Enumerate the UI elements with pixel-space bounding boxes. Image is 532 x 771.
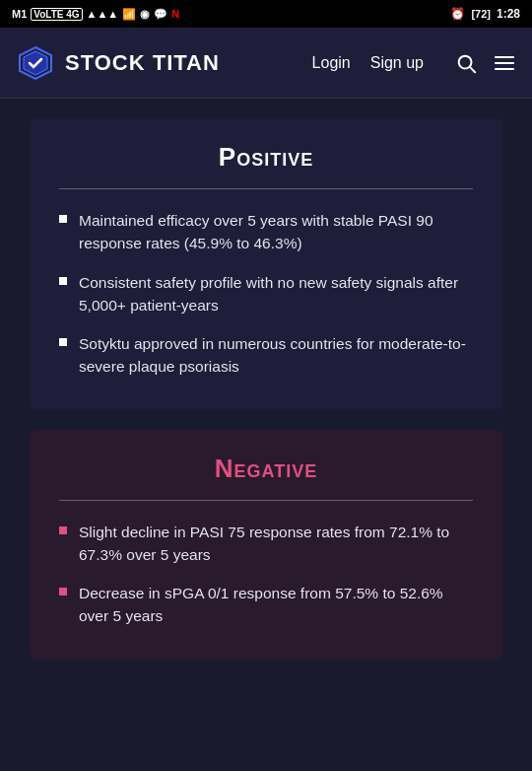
bullet-marker xyxy=(59,215,67,223)
status-bar: M1 VoLTE 4G ▲▲▲ 📶 ◉ 💬 N ⏰ [72] 1:28 xyxy=(0,0,532,28)
nav-links: Login Sign up xyxy=(312,51,516,75)
message-icon: 💬 xyxy=(154,8,167,21)
negative-bullet-list: Slight decline in PASI 75 response rates… xyxy=(59,521,473,628)
positive-title: Positive xyxy=(59,142,473,173)
bullet-marker xyxy=(59,277,67,285)
positive-bullet-2: Consistent safety profile with no new sa… xyxy=(79,271,473,317)
signup-link[interactable]: Sign up xyxy=(370,54,424,72)
svg-marker-1 xyxy=(24,51,47,75)
list-item: Sotyktu approved in numerous countries f… xyxy=(59,332,473,379)
alarm-icon: ⏰ xyxy=(450,7,465,21)
positive-divider xyxy=(59,188,473,189)
carrier-label: M1 xyxy=(12,8,27,20)
search-icon xyxy=(455,52,477,74)
signal-icon: ▲▲▲ xyxy=(87,8,119,20)
list-item: Slight decline in PASI 75 response rates… xyxy=(59,521,473,567)
bullet-marker-negative xyxy=(59,588,67,596)
negative-bullet-2: Decrease in sPGA 0/1 response from 57.5%… xyxy=(79,582,473,628)
hamburger-icon xyxy=(493,51,516,75)
list-item: Consistent safety profile with no new sa… xyxy=(59,271,473,317)
svg-line-3 xyxy=(470,67,475,72)
header: STOCK TITAN Login Sign up xyxy=(0,28,532,99)
menu-button[interactable] xyxy=(493,51,516,75)
positive-bullet-3: Sotyktu approved in numerous countries f… xyxy=(79,332,473,379)
bullet-marker-negative xyxy=(59,526,67,534)
network-type: VoLTE 4G xyxy=(31,8,82,21)
negative-title: Negative xyxy=(59,454,473,484)
negative-section: Negative Slight decline in PASI 75 respo… xyxy=(30,430,502,660)
status-left: M1 VoLTE 4G ▲▲▲ 📶 ◉ 💬 N xyxy=(12,8,179,21)
nav-icons xyxy=(455,51,516,75)
list-item: Maintained efficacy over 5 years with st… xyxy=(59,209,473,255)
positive-bullet-1: Maintained efficacy over 5 years with st… xyxy=(79,209,473,255)
main-content: Positive Maintained efficacy over 5 year… xyxy=(0,99,532,771)
status-right: ⏰ [72] 1:28 xyxy=(450,7,520,21)
battery-indicator: [72] xyxy=(471,8,491,20)
logo-area: STOCK TITAN xyxy=(16,43,312,83)
list-item: Decrease in sPGA 0/1 response from 57.5%… xyxy=(59,582,473,628)
positive-section: Positive Maintained efficacy over 5 year… xyxy=(30,118,502,410)
wifi-icon: 📶 xyxy=(122,8,136,21)
logo-text: STOCK TITAN xyxy=(65,50,220,76)
instagram-icon: ◉ xyxy=(140,8,150,21)
bullet-marker xyxy=(59,338,67,346)
positive-bullet-list: Maintained efficacy over 5 years with st… xyxy=(59,209,473,379)
logo-icon xyxy=(16,43,55,83)
login-link[interactable]: Login xyxy=(312,54,351,72)
negative-divider xyxy=(59,500,473,501)
negative-bullet-1: Slight decline in PASI 75 response rates… xyxy=(79,521,473,567)
search-button[interactable] xyxy=(455,52,477,74)
netflix-icon: N xyxy=(171,8,179,20)
time-display: 1:28 xyxy=(497,7,520,21)
